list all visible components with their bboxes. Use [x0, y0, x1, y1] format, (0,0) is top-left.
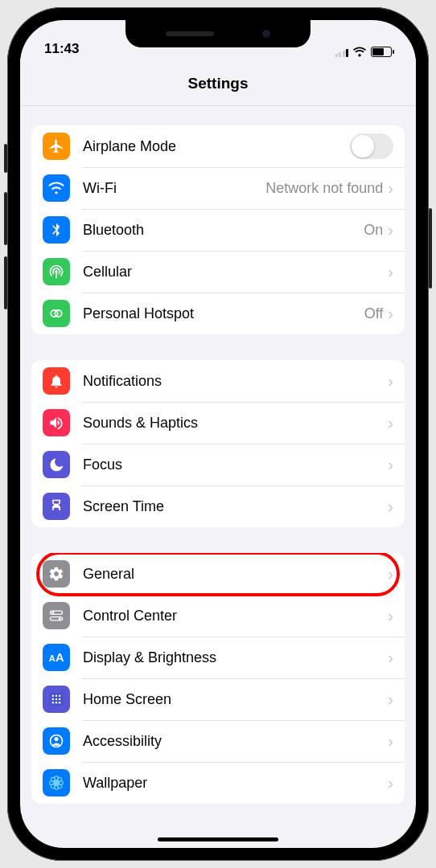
svg-point-9: [52, 695, 55, 698]
row-value: On: [364, 222, 383, 239]
home-indicator[interactable]: [158, 837, 278, 841]
row-label: Focus: [83, 457, 388, 473]
row-label: Screen Time: [83, 498, 388, 515]
person-icon: [43, 727, 70, 755]
grid-icon: [43, 686, 70, 713]
row-value: Off: [364, 305, 384, 322]
svg-point-19: [55, 737, 59, 741]
row-label: Notifications: [83, 373, 388, 390]
row-label: Sounds & Haptics: [83, 415, 388, 432]
row-label: Cellular: [83, 264, 388, 280]
gear-icon: [43, 560, 70, 588]
row-airplane[interactable]: Airplane Mode: [31, 125, 405, 167]
svg-point-11: [59, 695, 61, 698]
row-label: Bluetooth: [83, 222, 364, 239]
chevron-right-icon: ›: [388, 414, 393, 432]
row-value: Network not found: [265, 180, 383, 197]
row-accessibility[interactable]: Accessibility›: [31, 720, 405, 762]
row-bluetooth[interactable]: BluetoothOn›: [31, 209, 405, 251]
row-label: Airplane Mode: [83, 138, 350, 155]
hourglass-icon: [43, 493, 70, 520]
notch: [125, 20, 311, 47]
chevron-right-icon: ›: [388, 774, 393, 792]
row-sounds[interactable]: Sounds & Haptics›: [31, 402, 405, 444]
settings-group-system: General›Control Center›AADisplay & Brigh…: [31, 553, 405, 804]
svg-point-12: [52, 698, 55, 701]
svg-point-14: [59, 698, 61, 701]
row-display[interactable]: AADisplay & Brightness›: [31, 637, 405, 678]
cellular-signal-icon: [335, 47, 349, 57]
settings-group-attention: Notifications›Sounds & Haptics›Focus›Scr…: [31, 360, 405, 527]
row-label: Control Center: [83, 608, 388, 624]
chevron-right-icon: ›: [388, 690, 393, 709]
row-homescreen[interactable]: Home Screen›: [31, 678, 405, 720]
chevron-right-icon: ›: [388, 263, 393, 281]
chevron-right-icon: ›: [388, 179, 393, 198]
row-hotspot[interactable]: Personal HotspotOff›: [31, 293, 405, 334]
svg-point-20: [55, 781, 59, 785]
svg-point-5: [59, 617, 61, 620]
svg-text:A: A: [56, 652, 64, 665]
chevron-right-icon: ›: [388, 456, 393, 474]
status-time: 11:43: [44, 41, 79, 57]
screen: 11:43 Settings Airplane ModeWi-FiNetwork…: [20, 20, 416, 848]
svg-point-17: [59, 702, 61, 704]
antenna-icon: [43, 258, 70, 285]
row-label: Wallpaper: [83, 775, 388, 792]
chevron-right-icon: ›: [388, 565, 393, 583]
wifi-icon: [43, 174, 70, 202]
row-general[interactable]: General›: [31, 553, 405, 595]
chevron-right-icon: ›: [388, 221, 393, 240]
bluetooth-icon: [43, 216, 70, 244]
chevron-right-icon: ›: [388, 607, 393, 625]
settings-group-connectivity: Airplane ModeWi-FiNetwork not found›Blue…: [31, 125, 405, 334]
row-cellular[interactable]: Cellular›: [31, 251, 405, 293]
row-notifications[interactable]: Notifications›: [31, 360, 405, 402]
svg-point-10: [56, 695, 58, 698]
battery-icon: [371, 47, 392, 57]
wifi-status-icon: [352, 47, 367, 57]
toggle-airplane[interactable]: [350, 133, 393, 159]
airplane-icon: [43, 133, 70, 160]
hotspot-icon: [43, 300, 70, 327]
page-title: Settings: [20, 59, 416, 106]
svg-point-15: [52, 702, 55, 704]
chevron-right-icon: ›: [388, 497, 393, 516]
bell-icon: [43, 367, 70, 395]
speaker-icon: [43, 409, 70, 436]
textsize-icon: AA: [43, 644, 70, 671]
row-label: Display & Brightness: [83, 649, 388, 666]
row-label: General: [83, 566, 388, 583]
row-label: Personal Hotspot: [83, 305, 364, 322]
row-screentime[interactable]: Screen Time›: [31, 485, 405, 527]
svg-text:A: A: [49, 654, 56, 664]
svg-point-3: [51, 612, 54, 614]
svg-point-13: [56, 698, 58, 701]
row-focus[interactable]: Focus›: [31, 444, 405, 485]
chevron-right-icon: ›: [388, 732, 393, 751]
moon-icon: [43, 451, 70, 478]
phone-frame: 11:43 Settings Airplane ModeWi-FiNetwork…: [7, 7, 429, 861]
row-wifi[interactable]: Wi-FiNetwork not found›: [31, 167, 405, 209]
row-label: Accessibility: [83, 733, 388, 750]
chevron-right-icon: ›: [388, 305, 393, 323]
row-wallpaper[interactable]: Wallpaper›: [31, 762, 405, 804]
flower-icon: [43, 769, 70, 796]
chevron-right-icon: ›: [388, 372, 393, 391]
row-controlcenter[interactable]: Control Center›: [31, 595, 405, 637]
row-label: Wi-Fi: [83, 180, 265, 197]
chevron-right-icon: ›: [388, 649, 393, 667]
row-label: Home Screen: [83, 691, 388, 708]
svg-point-16: [56, 702, 58, 704]
switches-icon: [43, 602, 70, 629]
